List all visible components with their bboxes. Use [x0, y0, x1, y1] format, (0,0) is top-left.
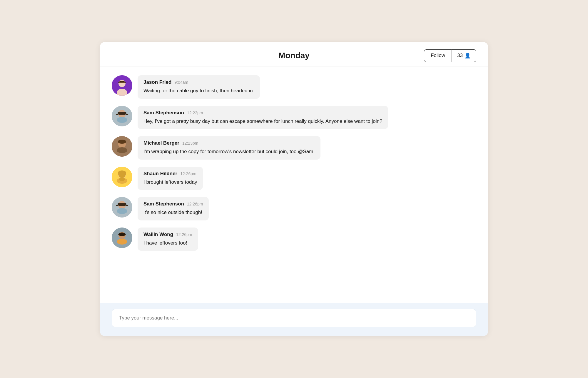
message-time: 12:26pm	[187, 202, 203, 206]
avatar	[112, 228, 132, 248]
avatar	[112, 167, 132, 187]
avatar	[112, 75, 132, 96]
svg-rect-20	[117, 208, 127, 214]
message-input[interactable]	[112, 309, 476, 327]
message-row: Sam Stephenson12:22pmHey, I've got a pre…	[112, 106, 476, 129]
message-text: I'm wrapping up the copy for tomorrow's …	[143, 148, 315, 155]
svg-rect-23	[126, 205, 128, 206]
input-area	[100, 303, 488, 336]
message-row: Jason Fried9:04amWaiting for the cable g…	[112, 75, 476, 99]
sender-name: Shaun Hildner	[143, 171, 177, 177]
svg-rect-12	[117, 147, 127, 153]
messages-area: Jason Fried9:04amWaiting for the cable g…	[100, 66, 488, 303]
message-time: 12:22pm	[187, 111, 203, 115]
header-actions: Follow 33 👤	[424, 49, 476, 62]
message-time: 12:23pm	[182, 141, 198, 145]
message-bubble: Sam Stephenson12:22pmHey, I've got a pre…	[138, 106, 388, 129]
sender-name: Michael Berger	[143, 140, 179, 146]
message-text: it's so nice outside though!	[143, 209, 203, 216]
svg-rect-8	[116, 114, 118, 115]
message-row: Michael Berger12:23pmI'm wrapping up the…	[112, 136, 476, 160]
message-text: I have leftovers too!	[143, 239, 192, 247]
message-bubble: Wailin Wong12:26pmI have leftovers too!	[138, 228, 198, 251]
sender-name: Jason Fried	[143, 79, 171, 85]
svg-rect-9	[126, 114, 128, 115]
message-time: 9:04am	[174, 80, 188, 85]
message-row: Shaun Hildner12:26pmI brought leftovers …	[112, 167, 476, 190]
message-bubble: Sam Stephenson12:26pmit's so nice outsid…	[138, 197, 209, 220]
person-icon: 👤	[465, 53, 471, 59]
avatar	[112, 106, 132, 126]
follow-button[interactable]: Follow	[424, 49, 452, 62]
message-row: Sam Stephenson12:26pmit's so nice outsid…	[112, 197, 476, 220]
message-text: I brought leftovers today	[143, 178, 197, 186]
svg-rect-22	[116, 205, 118, 206]
svg-rect-21	[118, 203, 126, 206]
avatar	[112, 197, 132, 218]
followers-number: 33	[457, 53, 463, 58]
message-row: Wailin Wong12:26pmI have leftovers too!	[112, 228, 476, 251]
message-text: Waiting for the cable guy to finish, the…	[143, 87, 254, 95]
page-title: Monday	[278, 51, 310, 60]
chat-header: Monday Follow 33 👤	[100, 42, 488, 66]
message-time: 12:26pm	[180, 171, 196, 176]
svg-rect-6	[117, 117, 127, 123]
sender-name: Sam Stephenson	[143, 201, 184, 207]
sender-name: Wailin Wong	[143, 232, 173, 237]
message-bubble: Shaun Hildner12:26pmI brought leftovers …	[138, 167, 203, 190]
message-bubble: Jason Fried9:04amWaiting for the cable g…	[138, 75, 260, 99]
sender-name: Sam Stephenson	[143, 110, 184, 116]
chat-container: Monday Follow 33 👤 Jason Fried9:04amWait…	[100, 42, 488, 336]
svg-point-13	[118, 140, 126, 144]
followers-count-button[interactable]: 33 👤	[452, 49, 476, 62]
message-text: Hey, I've got a pretty busy day but can …	[143, 118, 382, 125]
message-bubble: Michael Berger12:23pmI'm wrapping up the…	[138, 136, 320, 160]
message-time: 12:26pm	[176, 232, 192, 237]
svg-rect-26	[117, 239, 127, 245]
svg-rect-7	[118, 112, 126, 115]
avatar	[112, 136, 132, 157]
